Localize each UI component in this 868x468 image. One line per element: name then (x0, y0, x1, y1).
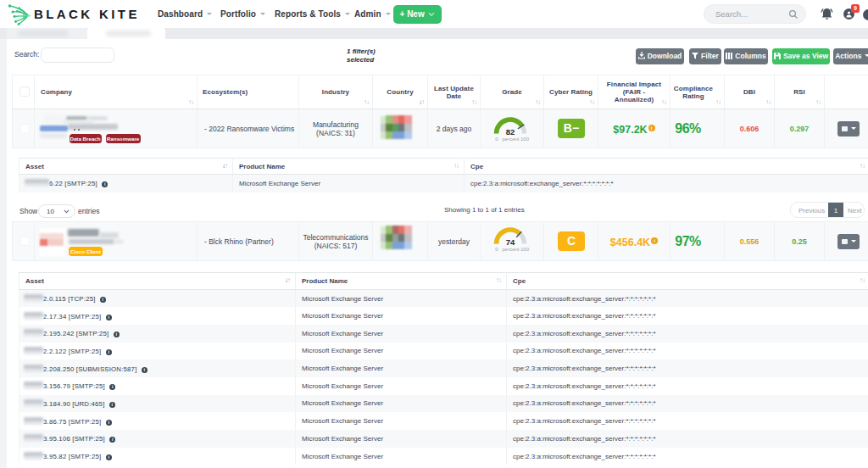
svg-text:82: 82 (506, 127, 515, 136)
svg-text:percent: percent (502, 136, 519, 142)
svg-text:74: 74 (506, 237, 515, 247)
svg-text:percent: percent (502, 247, 519, 252)
svg-text:100: 100 (520, 136, 530, 142)
svg-text:0: 0 (495, 136, 498, 142)
svg-text:0: 0 (495, 247, 498, 252)
svg-text:100: 100 (520, 247, 530, 252)
